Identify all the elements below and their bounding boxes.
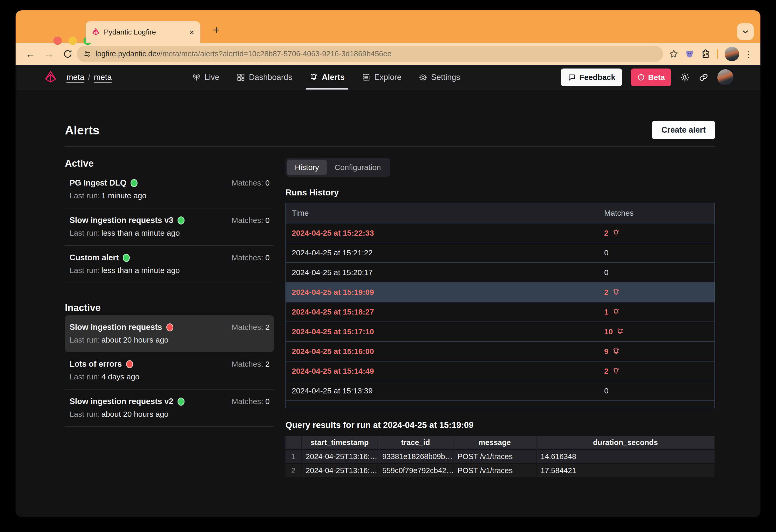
forward-button[interactable]: → [44,49,54,59]
run-row[interactable]: 2024-04-25 at 15:20:17 0 [286,262,715,282]
run-matches: 0 [598,386,715,395]
run-time: 2024-04-25 at 15:22:33 [286,229,598,237]
alert-matches: Matches:2 [232,360,270,368]
trace-id-header: trace_id [378,436,453,450]
query-results-table: start_timestamp trace_id message duratio… [285,436,715,478]
alert-list-item[interactable]: Custom alert Matches:0 Last run:less tha… [65,246,274,283]
breadcrumb-project-link[interactable]: meta [94,73,112,82]
query-result-row[interactable]: 1 2024-04-25T13:16:… 93381e18268b09b… PO… [285,450,715,464]
nav-item-settings[interactable]: Settings [419,65,460,90]
alert-list-item[interactable]: Slow ingestion requests v3 Matches:0 Las… [65,208,274,246]
nav-item-alerts[interactable]: Alerts [309,65,345,90]
nav-item-explore[interactable]: Explore [362,65,401,90]
url-text[interactable]: logfire.pydantic.dev/meta/meta/alerts?al… [95,49,392,58]
alert-list-item[interactable]: PG Ingest DLQ Matches:0 Last run:1 minut… [65,171,274,208]
browser-profile-avatar[interactable] [725,47,739,61]
logfire-favicon [92,28,100,37]
back-button[interactable]: ← [25,49,35,59]
query-result-row[interactable]: 2 2024-04-25T13:16:… 559c0f79e792cb42… P… [285,464,715,478]
run-row[interactable]: 2024-04-25 at 15:17:10 10 [286,322,715,341]
create-alert-button[interactable]: Create alert [652,121,715,139]
tab-search-button[interactable] [737,23,754,40]
run-matches: 9 [598,347,715,356]
duration-seconds-cell: 14.616348 [537,450,715,464]
star-icon [669,49,679,59]
run-row[interactable]: 2024-04-25 at 15:21:22 0 [286,243,715,262]
gear-icon [419,73,427,82]
run-matches: 0 [598,248,715,257]
page-title: Alerts [65,123,100,137]
status-dot-icon [126,360,133,368]
url-path: /meta/meta/alerts?alertId=10c28b87-5706-… [160,49,392,58]
alert-list-item[interactable]: Slow ingestion requests v2 Matches:0 Las… [65,389,274,427]
status-dot-icon [131,179,138,187]
extensions-button[interactable] [701,49,711,59]
alert-matches: Matches:0 [232,216,270,225]
feedback-button[interactable]: Feedback [561,68,622,86]
browser-tab[interactable]: Pydantic Logfire × [85,21,200,43]
run-row[interactable]: 2024-04-25 at 15:22:33 2 [286,223,715,243]
new-tab-button[interactable]: + [213,23,220,37]
run-row[interactable]: 2024-04-25 at 15:13:39 0 [286,381,715,400]
logfire-logo[interactable] [44,70,57,84]
browser-window: Pydantic Logfire × + ← → logfire.pydanti… [16,10,760,517]
reload-button[interactable] [63,49,73,59]
alert-list-item[interactable]: Lots of errors Matches:2 Last run:4 days… [65,352,274,389]
message-header: message [453,436,537,450]
tab-configuration[interactable]: Configuration [327,160,389,175]
logfire-app: meta / meta Live [16,65,760,517]
status-dot-icon [178,397,185,406]
bookmark-star-button[interactable] [669,49,679,59]
alert-last-run: Last run:4 days ago [69,372,270,381]
info-icon [637,73,645,81]
nav-item-live[interactable]: Live [192,65,219,90]
tab-close-icon[interactable]: × [189,28,194,36]
extension-cat-button[interactable] [685,49,695,59]
alert-list-item[interactable]: Slow ingestion requests Matches:2 Last r… [65,315,274,352]
puzzle-icon [701,49,711,59]
query-table-header: start_timestamp trace_id message duratio… [285,436,715,450]
alert-name: Slow ingestion requests v3 [69,216,173,225]
message-cell: POST /v1/traces [453,464,537,478]
run-matches: 2 [598,229,715,237]
status-dot-icon [123,254,130,262]
active-tab-underline [306,88,348,90]
run-time: 2024-04-25 at 15:18:27 [286,308,598,316]
runs-table-header: Time Matches [286,203,715,223]
status-dot-icon [178,216,185,224]
run-row[interactable]: 2024-04-25 at 15:18:27 1 [286,302,715,322]
browser-menu-button[interactable]: ⋮ [744,49,753,59]
breadcrumb-org-link[interactable]: meta [66,73,84,82]
site-settings-icon[interactable] [83,50,91,58]
nav-actions: Feedback Beta [561,68,734,86]
address-bar[interactable]: logfire.pydantic.dev/meta/meta/alerts?al… [77,46,663,62]
start-timestamp-cell: 2024-04-25T13:16:… [302,450,378,464]
run-time: 2024-04-25 at 15:16:00 [286,347,598,356]
alerts-list-panel: Active PG Ingest DLQ Matches:0 Last run:… [65,158,274,427]
user-avatar[interactable] [717,69,734,85]
beta-label: Beta [648,73,665,82]
run-row-partial [286,400,715,408]
url-host: logfire.pydantic.dev [95,49,160,58]
message-cell: POST /v1/traces [453,450,537,464]
share-link-button[interactable] [699,72,709,82]
theme-toggle-button[interactable] [680,72,690,82]
alert-matches: Matches:0 [232,397,270,406]
tab-history[interactable]: History [287,160,327,175]
run-row[interactable]: 2024-04-25 at 15:19:09 2 [286,282,715,302]
run-time: 2024-04-25 at 15:17:10 [286,327,598,336]
nav-item-dashboards[interactable]: Dashboards [236,65,292,90]
alert-name: Slow ingestion requests [69,323,162,332]
close-window-button[interactable] [53,37,62,45]
run-row[interactable]: 2024-04-25 at 15:16:00 9 [286,341,715,361]
detail-tabs: History Configuration [285,158,390,177]
start-timestamp-header: start_timestamp [302,436,378,450]
alert-matches: Matches:0 [232,179,270,187]
beta-button[interactable]: Beta [631,68,671,86]
alert-last-run: Last run:less than a minute ago [69,229,270,237]
run-matches: 2 [598,367,715,375]
breadcrumb-separator: / [88,73,90,82]
alert-bell-icon [612,367,620,375]
run-row[interactable]: 2024-04-25 at 15:14:49 2 [286,361,715,381]
minimize-window-button[interactable] [68,37,77,45]
